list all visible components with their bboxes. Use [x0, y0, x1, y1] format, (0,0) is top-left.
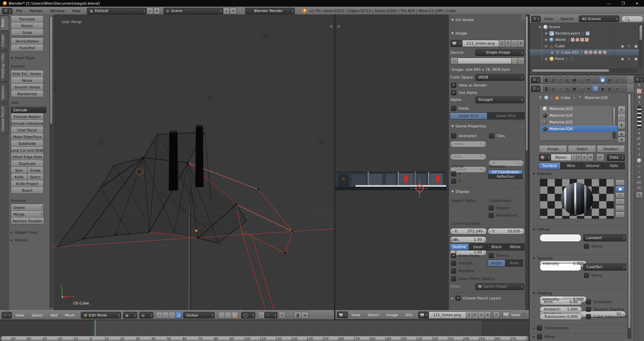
material-name-field[interactable]: Materi — [551, 154, 572, 161]
properties-tab-icon[interactable]: ✱ — [585, 85, 592, 92]
properties-tab-icon[interactable]: ▤ — [550, 76, 556, 83]
selectability-arrow-icon[interactable]: ↖ — [626, 44, 633, 48]
toolshelf-scrollbar[interactable] — [50, 16, 53, 308]
region-expand-icon[interactable]: ⊞ — [330, 24, 333, 28]
properties-tab-icon[interactable]: ◙ — [543, 85, 549, 92]
preview-monkey-button[interactable]: ◗ — [615, 198, 625, 205]
panel-expand-icon[interactable]: ▸O — [637, 181, 641, 184]
remove-doubles-button[interactable]: Remove Doubles — [11, 217, 44, 224]
timeline-tracks[interactable] — [0, 320, 529, 336]
layer-2-icon[interactable]: ▢ — [225, 312, 232, 319]
filter-selector[interactable]: Same Image — [475, 283, 524, 290]
slide-edge-button[interactable]: Slide Ed — [11, 70, 28, 77]
specular-shader-selector[interactable]: CookTorr — [583, 264, 626, 271]
menu-item[interactable]: Image — [383, 313, 401, 317]
screen-layout-selector[interactable]: ▦Default — [87, 8, 147, 14]
lower-first-button[interactable]: Lower First — [487, 112, 525, 119]
draw-other-objects-checkbox[interactable] — [451, 276, 456, 281]
transform-orientation-selector[interactable]: Global — [183, 312, 215, 319]
uv-vertex-panel-header[interactable]: UV Vertex:::: — [451, 18, 523, 22]
shelf-button[interactable]: Scale — [11, 29, 44, 36]
world-texture-icon[interactable] — [585, 38, 589, 42]
start-field[interactable]: Start:0 — [450, 141, 486, 147]
expand-icon[interactable]: ⊕ — [550, 51, 554, 54]
render-engine-selector[interactable]: Blender Render — [245, 8, 295, 14]
properties-tab-icon[interactable]: ✶ — [557, 76, 564, 83]
upper-first-button[interactable]: Upper First — [450, 112, 487, 119]
shading-value-field[interactable]: Ambient:1.000 — [540, 306, 582, 312]
shading-value-field[interactable]: Translucenc:0.000 — [540, 314, 582, 320]
tool-tab[interactable]: Tools — [0, 16, 9, 31]
properties-tab-icon[interactable]: ▽ — [592, 76, 599, 83]
shelf-button[interactable]: Inset Faces — [11, 126, 44, 133]
text-field-sliver[interactable]: Te — [636, 192, 643, 198]
properties-tab-icon[interactable]: ◌ — [621, 85, 627, 92]
properties-tab-icon[interactable]: ▦ — [606, 85, 613, 92]
specular-ramp-checkbox[interactable] — [584, 273, 589, 278]
preview-hair-button[interactable]: ∿ — [615, 205, 625, 211]
add-material-slot-button[interactable]: + — [618, 106, 626, 114]
outliner-row-world[interactable]: ⊕ World| — [530, 37, 639, 43]
renderability-camera-icon[interactable]: ▣ — [633, 57, 639, 61]
shading-checkbox[interactable] — [586, 299, 591, 304]
fake-user-button[interactable]: F — [505, 40, 511, 47]
select-button[interactable]: Select — [568, 145, 596, 153]
new-material-button[interactable]: + — [581, 154, 587, 161]
unlink-material-button[interactable]: ✕ — [587, 154, 594, 161]
material-type-mode[interactable]: Wire — [560, 162, 582, 169]
properties-tab-icon[interactable]: ✶ — [557, 85, 564, 92]
properties-tab-icon[interactable]: ∞ — [578, 76, 585, 83]
expand-icon[interactable]: ⊕ — [544, 57, 548, 61]
pin-icon[interactable]: ⊼ — [493, 311, 500, 318]
outliner-scope-selector[interactable]: All Scenes — [579, 15, 619, 22]
shelf-button[interactable]: Loop Cut and Slide — [11, 147, 44, 154]
normalized-checkbox[interactable] — [489, 213, 494, 218]
vertex-slide-button[interactable]: Vertex — [27, 70, 44, 77]
specular-panel-header[interactable]: Specular:::: — [533, 254, 630, 261]
properties-tab-icon[interactable]: ✱ — [585, 76, 592, 83]
shelf-button[interactable]: Shrink/Fatten — [11, 38, 44, 45]
properties-tab-icon[interactable]: ∗ — [613, 85, 620, 92]
material-slot-row[interactable]: Material.024 — [541, 112, 617, 119]
panel-expand-icon[interactable]: ▸C — [637, 137, 641, 140]
file-browse-icon[interactable]: 🗀 — [450, 57, 458, 64]
shelf-button[interactable]: Subdivide — [11, 140, 44, 147]
visibility-eye-icon[interactable]: ◉ — [619, 44, 626, 48]
add-scene-button[interactable]: + — [223, 8, 230, 14]
shelf-button[interactable]: Offset Edge Slide — [11, 153, 44, 160]
snap-target-icon[interactable]: ❉ — [279, 312, 285, 319]
clamp-y-checkbox[interactable] — [451, 179, 456, 184]
outliner-v-scrollbar[interactable] — [639, 24, 643, 68]
shelf-button[interactable]: Duplicate — [11, 160, 44, 167]
game-properties-panel-header[interactable]: Game Properties:::: — [451, 124, 523, 128]
header-corner-grip[interactable] — [522, 313, 526, 317]
renderability-camera-icon[interactable]: ▣ — [633, 44, 639, 48]
image-browse-icon[interactable] — [450, 40, 463, 47]
preview-cube-button[interactable]: ■ — [615, 192, 625, 198]
uv-draw-mode[interactable]: Black — [487, 243, 506, 250]
panel-expand-icon[interactable]: ▸I — [638, 142, 640, 146]
grease-pencil-checkbox[interactable] — [455, 296, 461, 301]
cursor-y-field[interactable]: Y:10.035 — [488, 228, 525, 234]
pack-image-icon[interactable]: 🗀 — [511, 40, 518, 47]
end-field[interactable]: End:0 — [450, 154, 486, 160]
repeat-checkbox[interactable] — [489, 206, 494, 211]
view-as-render-checkbox[interactable] — [451, 83, 456, 88]
material-type-mode[interactable]: Halo — [603, 162, 625, 169]
pack-icon[interactable]: ▣ — [511, 57, 518, 64]
scene-selector[interactable]: ◍Scene — [163, 8, 223, 14]
snap-element-selector[interactable]: ⊹ — [264, 312, 277, 319]
use-alpha-checkbox[interactable] — [451, 90, 456, 95]
texture-slot-icon[interactable]: ▦ — [638, 95, 641, 99]
selectability-arrow-icon[interactable]: ↖ — [626, 57, 633, 61]
tool-tab[interactable]: Create — [0, 32, 9, 50]
uv-draw-mode[interactable]: Dash — [469, 243, 488, 250]
material-nodes-icon[interactable]: 🗗 — [596, 154, 604, 161]
animated-checkbox[interactable] — [451, 133, 456, 138]
timeline[interactable]: -50-40-30-20-100102030405060708090100110… — [0, 320, 529, 341]
snap-magnet-icon[interactable]: ∩ — [258, 312, 265, 319]
maximize-button[interactable]: ❐ — [616, 1, 630, 6]
panel-drag-icon[interactable]: :::: — [518, 296, 523, 300]
uv-fake-user-button[interactable]: F — [472, 311, 478, 319]
menu-item[interactable]: View — [12, 313, 28, 318]
